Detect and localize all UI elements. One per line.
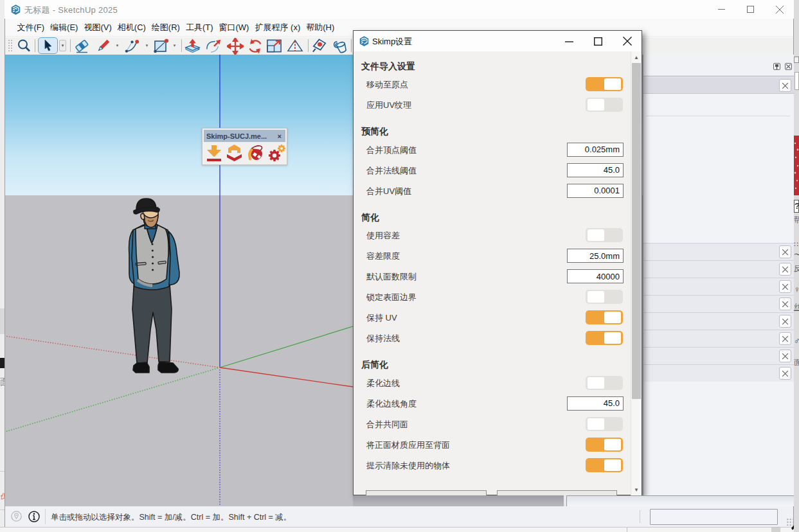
sketchup-logo-icon (359, 36, 369, 46)
toolbar-separator (35, 39, 35, 52)
eraser-icon (74, 39, 90, 54)
tray-close-button[interactable] (785, 63, 792, 70)
setting-input[interactable] (567, 249, 624, 263)
rotate-tool-button[interactable] (247, 38, 264, 54)
setting-label: 默认面数限制 (366, 271, 417, 282)
geolocation-button[interactable] (11, 511, 22, 524)
dialog-maximize-button[interactable] (585, 31, 611, 51)
paint-bucket-tool-button[interactable] (333, 38, 350, 54)
scrollbar-thumb[interactable] (632, 63, 641, 399)
model-info-button[interactable] (28, 511, 40, 525)
panel-close-button[interactable] (779, 332, 791, 345)
setting-input[interactable] (567, 269, 624, 283)
eraser-tool-button[interactable] (73, 38, 90, 54)
move-tool-button[interactable] (227, 38, 244, 54)
panel-close-button[interactable] (779, 263, 791, 276)
skimp-material-icon[interactable] (246, 144, 264, 163)
setting-label: 锁定表面边界 (366, 292, 417, 303)
menu-item-1[interactable]: 文件(F) (14, 19, 48, 36)
toolbar-grip[interactable] (8, 39, 12, 52)
menu-item-6[interactable]: 工具(T) (183, 19, 216, 36)
menu-item-9[interactable]: 帮助(H) (303, 19, 337, 36)
menu-item-3[interactable]: 视图(V) (81, 19, 114, 36)
setting-input[interactable] (567, 163, 624, 177)
line-tool-button[interactable] (94, 38, 111, 54)
tray-collapsed-panel[interactable] (643, 243, 794, 260)
search-tool-button[interactable] (15, 38, 32, 54)
setting-label: 容差限度 (366, 251, 400, 262)
skimp-floating-toolbar: Skimp-SUCJ.me... × (202, 128, 287, 165)
toggle-knob (588, 377, 604, 389)
toolbar-separator (70, 39, 71, 52)
tray-collapsed-panel[interactable] (643, 364, 794, 382)
panel-close-button[interactable] (779, 280, 791, 293)
tray-divider (646, 116, 790, 116)
tray-panel-header[interactable] (643, 77, 794, 94)
skimp-simplify-icon[interactable] (226, 144, 243, 163)
measurements-input[interactable] (650, 509, 778, 525)
toolbar-separator (181, 39, 182, 52)
setting-input[interactable] (567, 184, 624, 198)
panel-close-button[interactable] (779, 315, 791, 328)
tray-pin-button[interactable] (773, 63, 780, 70)
dialog-setting-row: 合并共同面 (354, 417, 632, 431)
skimp-toolbar-close-icon[interactable]: × (276, 132, 283, 140)
red-banner-texture (794, 136, 799, 195)
select-tool-button[interactable] (38, 37, 58, 54)
arc-tool-button[interactable] (124, 38, 141, 54)
menu-item-7[interactable]: 窗口(W) (216, 19, 252, 36)
rectangle-dropdown-button[interactable]: ▼ (171, 40, 178, 51)
rectangle-tool-button[interactable] (153, 38, 170, 54)
setting-input[interactable] (567, 143, 624, 157)
menu-item-8[interactable]: 扩展程序 (x) (252, 19, 303, 36)
skimp-settings-icon[interactable] (267, 144, 286, 163)
toggle-knob (588, 229, 604, 241)
dialog-close-button[interactable] (615, 31, 640, 51)
skimp-import-icon[interactable] (205, 144, 223, 163)
follow-me-tool-button[interactable] (206, 38, 222, 54)
tray-collapsed-panel[interactable] (643, 295, 794, 312)
panel-close-button[interactable] (779, 350, 791, 362)
select-dropdown-button[interactable]: ▼ (59, 40, 66, 51)
tray-collapsed-panel[interactable] (643, 260, 794, 278)
minimize-button[interactable] (707, 0, 735, 19)
menu-item-4[interactable]: 相机(C) (114, 19, 148, 36)
skimp-toolbar-titlebar[interactable]: Skimp-SUCJ.me... × (204, 130, 285, 142)
offset-tool-button[interactable] (287, 38, 303, 54)
paint-bucket-icon (333, 38, 350, 54)
setting-label: 使用容差 (366, 230, 400, 241)
dialog-titlebar[interactable]: Skimp设置 (354, 31, 642, 51)
dialog-section-heading: 预简化 (361, 125, 388, 137)
push-pull-tool-button[interactable] (184, 38, 201, 54)
info-icon (28, 511, 40, 522)
tray-collapsed-panel[interactable] (643, 330, 794, 347)
scroll-up-icon[interactable]: ▲ (631, 53, 642, 62)
panel-close-button[interactable] (779, 367, 791, 380)
close-icon (782, 336, 788, 342)
setting-input[interactable] (567, 396, 624, 411)
maximize-button[interactable] (736, 0, 764, 19)
panel-close-button[interactable] (779, 245, 791, 258)
tray-collapsed-panel[interactable] (643, 347, 794, 364)
tape-measure-tool-button[interactable] (312, 38, 328, 54)
scroll-down-icon[interactable]: ▼ (631, 485, 642, 495)
line-dropdown-button[interactable]: ▼ (114, 40, 121, 51)
skimp-settings-dialog: Skimp设置 文件导入设置移动至原点应用UV纹理预简化合并顶点阈值合并法线阈值… (353, 30, 642, 495)
dialog-scrollbar[interactable]: ▲ ▼ (631, 51, 642, 496)
right-strip-red-banner (794, 136, 799, 195)
tray-collapsed-panel[interactable] (643, 312, 794, 330)
scale-figure-person[interactable] (128, 197, 187, 375)
panel-close-button[interactable] (779, 297, 791, 310)
geolocation-icon (11, 511, 22, 522)
close-icon (782, 267, 788, 272)
dialog-minimize-button[interactable] (556, 31, 582, 51)
menu-item-5[interactable]: 绘图(R) (148, 19, 183, 36)
tray-collapsed-panel[interactable] (643, 278, 794, 295)
scale-tool-button[interactable] (266, 38, 283, 54)
menu-item-2[interactable]: 编辑(E) (48, 19, 81, 36)
panel-close-button[interactable] (779, 79, 791, 92)
dialog-setting-row: 锁定表面边界 (354, 290, 632, 304)
close-button[interactable] (766, 0, 794, 19)
toolbar-separator (351, 39, 352, 52)
arc-dropdown-button[interactable]: ▼ (143, 40, 150, 51)
